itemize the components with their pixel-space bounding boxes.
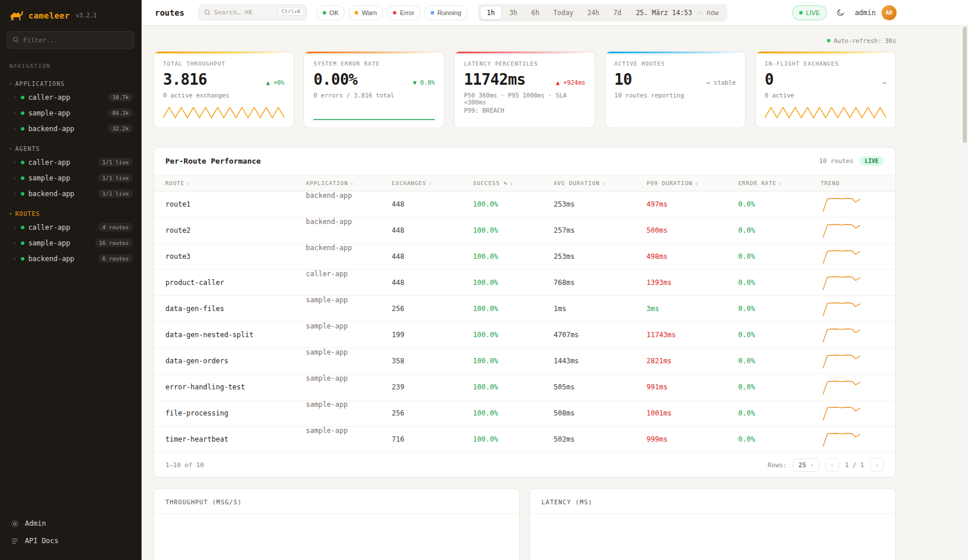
cell-application: caller-app: [306, 270, 392, 295]
sidebar-item-agent-backend-app[interactable]: › backend-app 1/1 live: [0, 186, 141, 201]
live-toggle[interactable]: LIVE: [792, 5, 827, 20]
auto-refresh-label: Auto-refresh: 30s: [834, 37, 896, 44]
cell-avg-duration: 768ms: [554, 279, 646, 287]
sidebar-item-routes-sample-app[interactable]: › sample-app 16 routes: [0, 235, 141, 251]
sidebar-item-caller-app[interactable]: › caller-app 10.7k: [0, 89, 141, 105]
range-button-24h[interactable]: 24h: [581, 6, 606, 20]
scrollbar-thumb[interactable]: [963, 27, 967, 143]
cell-avg-duration: 4707ms: [554, 331, 646, 339]
column-header-route[interactable]: ROUTE↕: [165, 180, 306, 186]
chevron-right-icon: ›: [13, 223, 17, 231]
avatar[interactable]: AD: [882, 5, 897, 20]
column-header-error-rate[interactable]: ERROR RATE↕: [738, 180, 821, 186]
section-header-applications[interactable]: ▾ APPLICATIONS: [0, 78, 141, 89]
scrollbar[interactable]: [963, 27, 967, 558]
table-row[interactable]: data-gen-nested-split sample-app 199 100…: [154, 322, 895, 348]
cell-error-rate: 0.0%: [738, 435, 821, 443]
chart-title: THROUGHPUT (MSG/S): [154, 489, 519, 514]
trend-sparkline: [821, 379, 884, 395]
table-row[interactable]: file-processing sample-app 256 100.0% 50…: [154, 400, 895, 427]
cell-error-rate: 0.0%: [738, 279, 821, 287]
table-row[interactable]: route1 backend-app 448 100.0% 253ms 497m…: [154, 192, 895, 218]
cell-avg-duration: 253ms: [554, 252, 646, 261]
cell-route: timer-heartbeat: [165, 435, 306, 443]
cell-exchanges: 448: [392, 252, 473, 261]
column-header-application[interactable]: APPLICATION↕: [306, 180, 392, 186]
camel-logo-icon: [9, 10, 24, 21]
cell-avg-duration: 253ms: [554, 200, 646, 208]
cell-application: sample-app: [306, 348, 392, 374]
cell-success: 100.0%: [473, 252, 554, 261]
cell-success: 100.0%: [473, 200, 554, 208]
live-badge: 1/1 live: [98, 189, 133, 198]
cell-route: data-gen-files: [165, 305, 306, 313]
cell-route: file-processing: [165, 409, 306, 417]
prev-page-button[interactable]: ‹: [825, 458, 839, 472]
column-header-avg-duration[interactable]: AVG DURATION↕: [554, 180, 646, 186]
trend-sparkline: [821, 222, 884, 239]
cell-success: 100.0%: [473, 305, 554, 313]
column-header-exchanges[interactable]: EXCHANGES↕: [392, 180, 473, 186]
sidebar-item-agent-sample-app[interactable]: › sample-app 1/1 live: [0, 170, 141, 186]
table-row[interactable]: data-gen-files sample-app 256 100.0% 1ms…: [154, 296, 895, 322]
range-button-6h[interactable]: 6h: [525, 6, 546, 20]
sidebar-item-agent-caller-app[interactable]: › caller-app 1/1 live: [0, 154, 141, 170]
sidebar: cameleer v3.2.1 NAVIGATION ▾ APPLICATION…: [0, 0, 142, 560]
table-row[interactable]: error-handling-test sample-app 239 100.0…: [154, 374, 895, 400]
sidebar-item-sample-app[interactable]: › sample-app 84.1k: [0, 105, 141, 121]
kpi-delta: ▲ +0%: [266, 79, 285, 86]
routes-count-badge: 4 routes: [98, 223, 133, 232]
cell-application: backend-app: [306, 218, 392, 243]
kpi-value: 11742ms: [464, 71, 525, 88]
cell-avg-duration: 508ms: [554, 409, 646, 417]
column-header-success[interactable]: SUCCESS %↕: [473, 180, 554, 186]
range-button-7d[interactable]: 7d: [607, 6, 628, 20]
sidebar-item-api-docs[interactable]: API Docs: [5, 532, 136, 550]
kpi-delta: ▲ +924ms: [556, 79, 586, 86]
range-button-3h[interactable]: 3h: [503, 6, 524, 20]
cell-error-rate: 0.0%: [738, 252, 821, 261]
filter-chip-ok[interactable]: OK: [316, 5, 345, 20]
table-row[interactable]: product-caller caller-app 448 100.0% 768…: [154, 270, 895, 296]
error-status-dot: [393, 11, 396, 15]
table-row[interactable]: timer-heartbeat sample-app 716 100.0% 50…: [154, 427, 895, 453]
sidebar-item-backend-app[interactable]: › backend-app 32.2k: [0, 121, 141, 136]
cell-application: backend-app: [306, 192, 392, 217]
search-icon: [204, 9, 211, 16]
range-button-1h[interactable]: 1h: [480, 6, 502, 20]
caret-down-icon: ▾: [9, 212, 12, 216]
table-row[interactable]: data-gen-orders sample-app 358 100.0% 14…: [154, 348, 895, 374]
filter-chip-warn[interactable]: Warn: [348, 5, 383, 20]
next-page-button[interactable]: ›: [870, 458, 884, 472]
cell-exchanges: 448: [392, 226, 473, 234]
count-badge: 32.2k: [108, 124, 133, 133]
cell-p99-duration: 497ms: [646, 200, 738, 208]
date-range-display[interactable]: 25. März 14:53 — now: [629, 9, 726, 17]
section-header-routes[interactable]: ▾ ROUTES: [0, 208, 141, 219]
sidebar-item-routes-backend-app[interactable]: › backend-app 6 routes: [0, 251, 141, 266]
filter-chip-error[interactable]: Error: [387, 5, 420, 20]
trend-sparkline: [821, 301, 884, 317]
sidebar-item-routes-caller-app[interactable]: › caller-app 4 routes: [0, 219, 141, 235]
column-header-p99-duration[interactable]: P99 DURATION↕: [646, 180, 738, 186]
logo[interactable]: cameleer v3.2.1: [0, 0, 141, 28]
sidebar-item-admin[interactable]: Admin: [5, 515, 136, 532]
sidebar-filter-input[interactable]: [7, 31, 134, 49]
search-icon: [12, 36, 20, 44]
range-button-today[interactable]: Today: [547, 6, 580, 20]
charts-row: THROUGHPUT (MSG/S) LATENCY (MS): [153, 488, 896, 560]
rows-per-page-select[interactable]: 25 ▾: [793, 458, 819, 472]
count-badge: 84.1k: [108, 109, 133, 117]
filter-chip-running[interactable]: Running: [424, 5, 468, 20]
status-dot: [21, 257, 24, 261]
dark-mode-toggle[interactable]: [833, 5, 849, 21]
table-row[interactable]: route2 backend-app 448 100.0% 257ms 500m…: [154, 218, 895, 244]
section-agents: ▾ AGENTS › caller-app 1/1 live › sample-…: [0, 143, 141, 201]
table-footer: 1–10 of 10 Rows: 25 ▾ ‹ 1 / 1 ›: [154, 453, 895, 477]
table-row[interactable]: route3 backend-app 448 100.0% 253ms 498m…: [154, 244, 895, 270]
chevron-right-icon: ›: [13, 174, 17, 182]
chevron-right-icon: ›: [13, 93, 17, 101]
section-header-agents[interactable]: ▾ AGENTS: [0, 143, 141, 154]
cell-application: backend-app: [306, 244, 392, 269]
throughput-chart-panel: THROUGHPUT (MSG/S): [153, 488, 520, 560]
